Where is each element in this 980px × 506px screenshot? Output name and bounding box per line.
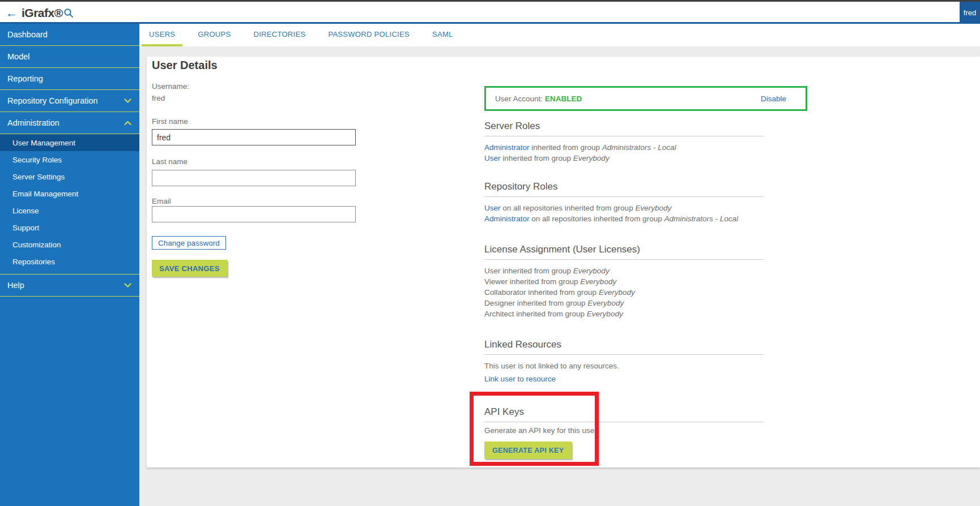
last-name-label: Last name (152, 157, 188, 166)
sidebar-item-license[interactable]: License (0, 202, 139, 219)
group-name: Everybody (587, 299, 624, 307)
role-link[interactable]: User (484, 204, 501, 212)
server-role-entry: Administrator inherited from group Admin… (484, 142, 764, 153)
back-arrow-icon[interactable]: ← (6, 5, 18, 22)
repository-role-entry: User on all repositories inherited from … (484, 203, 764, 213)
change-password-button[interactable]: Change password (152, 236, 226, 250)
account-status-box: User Account: ENABLED Disable (484, 86, 807, 111)
license-assignment-section: License Assignment (User Licenses) User … (484, 244, 764, 319)
email-field[interactable] (152, 206, 356, 222)
sidebar-spacer (0, 270, 139, 274)
user-details-card: User Details Username: fred First name L… (147, 57, 980, 468)
license-entry: Architect inherited from group Everybody (484, 308, 764, 319)
server-roles-title: Server Roles (484, 121, 764, 136)
sidebar-item-security-roles[interactable]: Security Roles (0, 151, 139, 168)
repository-roles-title: Repository Roles (484, 181, 764, 197)
sidebar-item-user-management[interactable]: User Management (0, 134, 139, 151)
group-name: Everybody (573, 267, 610, 275)
license-entry: Collaborator inherited from group Everyb… (484, 287, 764, 298)
search-icon[interactable] (63, 8, 74, 18)
save-changes-button[interactable]: SAVE CHANGES (152, 260, 227, 277)
repository-roles-section: Repository Roles User on all repositorie… (484, 181, 764, 224)
server-roles-section: Server Roles Administrator inherited fro… (484, 121, 764, 164)
sidebar-item-support[interactable]: Support (0, 219, 139, 236)
right-column: User Account: ENABLED Disable Server Rol… (484, 86, 807, 459)
role-link[interactable]: Administrator (484, 143, 530, 152)
sidebar-item-server-settings[interactable]: Server Settings (0, 168, 139, 185)
group-name: Administrators - Local (602, 143, 676, 152)
group-name: Everybody (573, 154, 610, 162)
chevron-down-icon (124, 283, 131, 288)
first-name-label: First name (152, 117, 188, 126)
first-name-field[interactable] (152, 129, 356, 145)
sidebar-item-email-management[interactable]: Email Management (0, 185, 139, 202)
link-user-to-resource-link[interactable]: Link user to resource (484, 375, 556, 383)
generate-api-key-button[interactable]: GENERATE API KEY (484, 441, 572, 459)
license-entry: User inherited from group Everybody (484, 265, 764, 276)
tab-saml[interactable]: SAML (425, 24, 461, 46)
api-keys-section: API Keys Generate an API key for this us… (484, 406, 764, 459)
api-keys-title: API Keys (484, 406, 764, 422)
server-role-entry: User inherited from group Everybody (484, 153, 764, 164)
email-label: Email (152, 197, 171, 205)
last-name-field[interactable] (152, 170, 356, 186)
account-status-label: User Account: (495, 95, 543, 103)
page-title: User Details (152, 59, 218, 72)
sidebar-item-dashboard[interactable]: Dashboard (0, 24, 139, 46)
sidebar-item-repository-configuration[interactable]: Repository Configuration (0, 90, 139, 112)
role-link[interactable]: Administrator (484, 215, 530, 223)
username-label: Username: (152, 82, 189, 91)
disable-link[interactable]: Disable (761, 95, 796, 103)
username-value: fred (152, 94, 165, 102)
igrafx-logo: iGrafx® (22, 5, 63, 22)
sidebar: Dashboard Model Reporting Repository Con… (0, 24, 139, 506)
group-name: Everybody (587, 310, 623, 318)
sidebar-item-model[interactable]: Model (0, 46, 139, 68)
chevron-down-icon (124, 98, 131, 104)
top-bar: ← iGrafx® (0, 2, 980, 22)
sidebar-item-administration[interactable]: Administration (0, 112, 139, 134)
sidebar-item-repositories[interactable]: Repositories (0, 253, 139, 270)
sidebar-item-reporting[interactable]: Reporting (0, 68, 139, 90)
group-name: Administrators - Local (664, 215, 738, 223)
group-name: Everybody (635, 204, 671, 212)
group-name: Everybody (599, 288, 635, 297)
chevron-up-icon (124, 121, 131, 126)
license-entry: Viewer inherited from group Everybody (484, 276, 764, 287)
sidebar-item-customization[interactable]: Customization (0, 236, 139, 253)
repository-role-entry: Administrator on all repositories inheri… (484, 213, 764, 224)
status-badge: ENABLED (545, 95, 582, 103)
tab-users[interactable]: USERS (142, 24, 182, 46)
group-name: Everybody (580, 277, 616, 286)
linked-resources-empty-text: This user is not linked to any resources… (484, 361, 764, 371)
api-keys-description: Generate an API key for this user. (484, 426, 764, 435)
user-badge[interactable]: fred (960, 2, 980, 24)
tab-password-policies[interactable]: PASSWORD POLICIES (321, 24, 417, 46)
license-entry: Designer inherited from group Everybody (484, 298, 764, 308)
linked-resources-title: Linked Resources (484, 339, 764, 355)
tab-bar: USERS GROUPS DIRECTORIES PASSWORD POLICI… (139, 24, 980, 46)
linked-resources-section: Linked Resources This user is not linked… (484, 339, 764, 383)
role-link[interactable]: User (484, 154, 501, 162)
tab-directories[interactable]: DIRECTORIES (246, 24, 313, 46)
tab-groups[interactable]: GROUPS (190, 24, 238, 46)
license-assignment-title: License Assignment (User Licenses) (484, 244, 764, 260)
sidebar-item-help[interactable]: Help (0, 274, 139, 297)
